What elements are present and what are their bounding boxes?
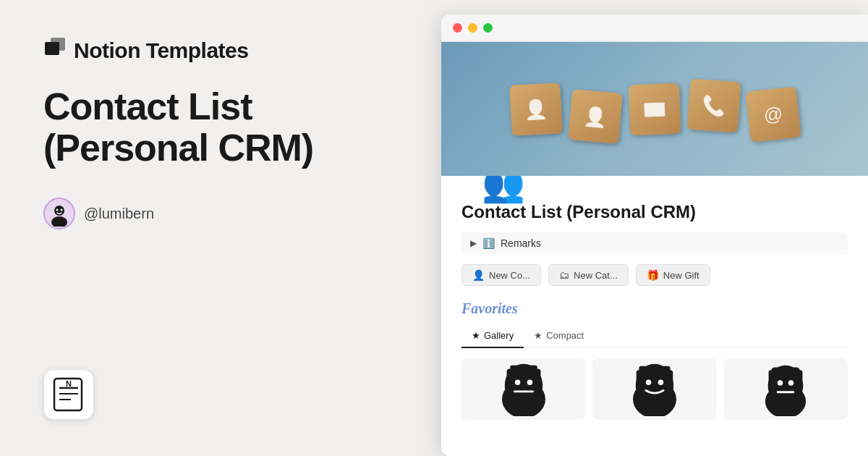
gallery-card-1[interactable] — [461, 358, 585, 420]
block-icon-at: @ — [762, 102, 784, 127]
top-section: Notion Templates Contact List(Personal C… — [43, 36, 362, 229]
svg-point-6 — [61, 209, 63, 211]
block-icon-mail: ✉️ — [642, 97, 666, 120]
tab-gallery-star: ★ — [472, 330, 480, 341]
main-title: Contact List(Personal CRM) — [43, 86, 362, 169]
svg-rect-26 — [668, 370, 673, 382]
svg-rect-1 — [51, 38, 65, 51]
notion-logo: N — [43, 369, 94, 420]
brand-title: Notion Templates — [74, 38, 248, 63]
new-gift-icon: 🎁 — [647, 269, 659, 281]
author-row: @lumibern — [43, 198, 362, 229]
tab-compact-star: ★ — [534, 330, 542, 341]
svg-point-23 — [658, 379, 664, 385]
header-image: 👤 👤 ✉️ 📞 @ — [441, 42, 868, 176]
page-icon: 👥 — [482, 176, 525, 203]
gallery-card-3[interactable] — [724, 358, 848, 420]
svg-point-5 — [56, 209, 59, 211]
author-handle: @lumibern — [84, 206, 154, 222]
new-contact-icon: 👤 — [472, 269, 485, 281]
new-contact-button[interactable]: 👤 New Co... — [461, 264, 541, 286]
svg-rect-19 — [535, 368, 541, 382]
svg-point-30 — [788, 380, 794, 386]
new-category-label: New Cat... — [574, 270, 618, 281]
page-title: Contact List (Personal CRM) — [461, 202, 848, 222]
author-avatar — [43, 198, 75, 229]
svg-rect-34 — [798, 370, 803, 381]
svg-rect-17 — [510, 366, 537, 373]
svg-rect-18 — [506, 368, 512, 382]
brand-icon — [43, 36, 67, 64]
brand-row: Notion Templates — [43, 36, 362, 64]
svg-rect-24 — [639, 366, 670, 373]
gallery-card-2[interactable] — [592, 358, 716, 420]
browser-window: 👤 👤 ✉️ 📞 @ — [441, 14, 868, 456]
new-category-button[interactable]: 🗂 New Cat... — [548, 264, 629, 286]
svg-rect-16 — [514, 390, 534, 392]
svg-point-14 — [514, 379, 520, 385]
remarks-callout[interactable]: ▶ ℹ️ Remarks — [461, 232, 848, 254]
svg-rect-31 — [777, 391, 794, 393]
gallery-grid — [461, 358, 848, 420]
tab-gallery-label: Gallery — [484, 330, 514, 341]
right-panel: 👤 👤 ✉️ 📞 @ — [405, 0, 868, 456]
block-4: 📞 — [687, 78, 741, 132]
svg-point-22 — [646, 379, 652, 385]
wooden-blocks: 👤 👤 ✉️ 📞 @ — [441, 42, 868, 176]
browser-chrome — [441, 14, 868, 42]
traffic-light-yellow[interactable] — [468, 23, 477, 33]
new-category-icon: 🗂 — [559, 269, 569, 281]
remarks-emoji: ℹ️ — [482, 237, 495, 249]
remarks-label: Remarks — [501, 237, 541, 249]
browser-content: 👤 👤 ✉️ 📞 @ — [441, 42, 868, 456]
svg-rect-25 — [637, 370, 642, 382]
svg-rect-32 — [772, 368, 800, 374]
action-buttons: 👤 New Co... 🗂 New Cat... 🎁 New Gift — [461, 264, 848, 286]
block-2: 👤 — [568, 89, 623, 144]
block-5: @ — [746, 87, 801, 143]
new-contact-label: New Co... — [489, 270, 530, 281]
block-icon-person2: 👤 — [583, 104, 608, 129]
tab-compact[interactable]: ★ Compact — [524, 326, 594, 348]
block-1: 👤 — [509, 83, 563, 136]
svg-point-29 — [778, 380, 783, 386]
view-tabs: ★ Gallery ★ Compact — [461, 326, 848, 348]
tab-gallery[interactable]: ★ Gallery — [461, 326, 524, 348]
svg-point-15 — [527, 379, 532, 385]
new-gift-button[interactable]: 🎁 New Gift — [636, 264, 710, 286]
traffic-light-green[interactable] — [483, 23, 493, 33]
favorites-title: Favorites — [461, 300, 848, 317]
notion-logo-container: N — [43, 369, 362, 420]
block-icon-person: 👤 — [524, 97, 548, 121]
page-body: 👥 Contact List (Personal CRM) ▶ ℹ️ Remar… — [441, 176, 868, 456]
left-panel: Notion Templates Contact List(Personal C… — [0, 0, 405, 456]
svg-rect-33 — [769, 370, 774, 381]
toggle-icon: ▶ — [470, 238, 477, 248]
new-gift-label: New Gift — [663, 270, 699, 281]
block-3: ✉️ — [629, 83, 681, 135]
traffic-light-red[interactable] — [453, 23, 462, 33]
tab-compact-label: Compact — [546, 330, 584, 341]
page-icon-container: 👥 — [461, 176, 848, 202]
svg-text:N: N — [66, 379, 72, 388]
block-icon-phone: 📞 — [702, 93, 726, 117]
